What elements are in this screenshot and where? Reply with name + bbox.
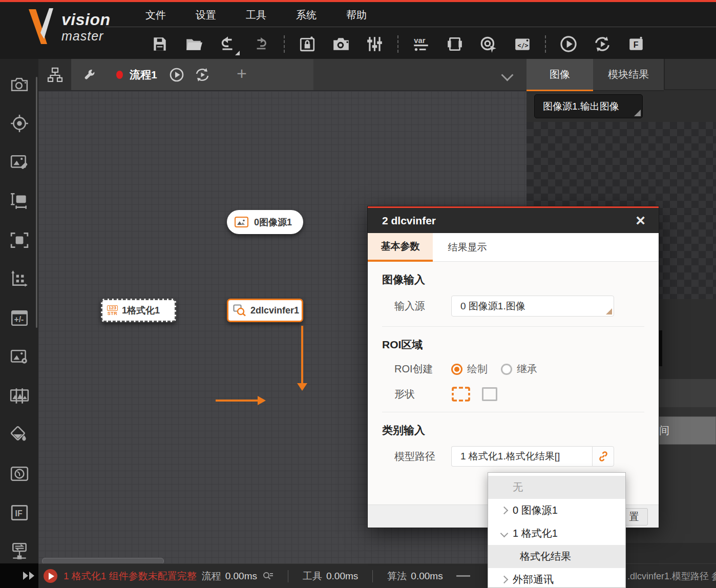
dropdown-item-format[interactable]: 1 格式化1: [488, 522, 625, 545]
save-button[interactable]: [146, 32, 173, 56]
time-detail-magnifier-icon[interactable]: [262, 571, 273, 581]
sidebar-image-edit-button[interactable]: [9, 153, 30, 172]
redo-button[interactable]: [248, 32, 275, 56]
sidebar-scrollbar[interactable]: [36, 77, 37, 328]
error-play-icon[interactable]: [44, 569, 57, 583]
menu-tools[interactable]: 工具: [243, 6, 269, 24]
input-source-label: 输入源: [394, 299, 451, 313]
var-icon: var: [412, 35, 430, 53]
header-divider: [105, 27, 716, 27]
algo-time-value: 0.00ms: [411, 571, 443, 582]
select-corner-triangle: [634, 110, 641, 116]
run-continuous-button[interactable]: [589, 32, 616, 56]
node-dlcvinfer[interactable]: 2dlcvinfer1: [227, 299, 303, 322]
connection-line-vertical: [301, 326, 303, 383]
flow-tab-active[interactable]: 流程1: [71, 59, 313, 90]
connection-line-horizontal: [216, 400, 259, 402]
shape-label: 形状: [394, 387, 451, 401]
algo-time-label: 算法: [387, 570, 407, 583]
sidebar-image-process-button[interactable]: [9, 348, 30, 366]
shape-fullimage-option[interactable]: [451, 386, 471, 402]
error-message: 1 格式化1 组件参数未配置完整: [64, 570, 197, 583]
close-icon[interactable]: ×: [633, 211, 648, 229]
global-trigger-button[interactable]: [475, 32, 502, 56]
dropdown-item-format-result[interactable]: 格式化结果: [488, 545, 625, 568]
tab-module-result[interactable]: 模块结果: [593, 59, 664, 91]
font-window-button[interactable]: F: [623, 32, 649, 56]
menu-settings[interactable]: 设置: [193, 6, 219, 24]
sidebar-transform-button[interactable]: [9, 270, 30, 288]
dropdown-item-external-comm[interactable]: 外部通讯: [488, 568, 625, 588]
image-gear-icon: [10, 348, 29, 366]
sidebar-communication-button[interactable]: [9, 542, 30, 561]
sidebar-position-button[interactable]: [9, 231, 30, 249]
sidebar-locate-button[interactable]: [9, 114, 30, 133]
sliders-icon: [366, 35, 384, 53]
logo-text-master: master: [61, 30, 110, 43]
run-once-icon: [559, 35, 578, 53]
tab-result-display[interactable]: 结果显示: [433, 233, 502, 262]
undo-button[interactable]: [214, 32, 241, 56]
target-icon: [479, 35, 498, 53]
wrench-icon[interactable]: [83, 68, 97, 81]
camera-icon: [332, 35, 350, 53]
tab-image[interactable]: 图像: [527, 59, 593, 91]
format-123-str-icon: 123 STR: [107, 305, 118, 316]
if-icon: IF: [10, 504, 29, 521]
model-path-input[interactable]: 1 格式化1.格式化结果[]: [451, 446, 592, 467]
lock-screen-button[interactable]: [294, 32, 321, 56]
connection-arrowhead-right: [258, 396, 266, 405]
radio-inherit[interactable]: [501, 364, 512, 375]
section-class-input: 类别输入: [382, 423, 644, 437]
run-once-button[interactable]: [555, 32, 582, 56]
add-flow-tab-button[interactable]: +: [237, 64, 247, 83]
sidebar-calculator-button[interactable]: +/-: [9, 309, 30, 327]
radio-draw-label: 绘制: [467, 362, 488, 376]
param-settings-button[interactable]: [362, 32, 388, 56]
dialog-title: 2 dlcvinfer: [382, 215, 436, 227]
snapshot-button[interactable]: [328, 32, 354, 56]
tab-basic-params[interactable]: 基本参数: [368, 233, 433, 262]
status-dash: [456, 575, 470, 577]
histogram-icon: [9, 387, 30, 405]
dropdown-item-none[interactable]: 无: [488, 476, 625, 499]
radio-draw[interactable]: [451, 364, 462, 375]
toolbar-separator: [397, 35, 398, 53]
menu-system[interactable]: 系统: [293, 6, 320, 24]
flow-run-once-icon[interactable]: [169, 67, 185, 83]
radio-inherit-label: 继承: [517, 362, 537, 376]
sidebar-acquire-camera-button[interactable]: [9, 75, 30, 94]
tool-time-value: 0.00ms: [326, 571, 358, 582]
shape-rectangle-option[interactable]: [482, 387, 497, 401]
undo-dropdown-corner: [235, 51, 240, 55]
right-panel-tab-filler: [664, 59, 716, 90]
sidebar-stitch-button[interactable]: [9, 387, 30, 405]
sidebar-if-logic-button[interactable]: IF: [9, 503, 30, 522]
section-roi: ROI区域: [382, 338, 644, 352]
lock-window-icon: [299, 35, 316, 53]
node-format[interactable]: 123 STR 1格式化1: [101, 299, 176, 322]
flow-tab-title: 流程1: [130, 68, 157, 82]
menu-help[interactable]: 帮助: [343, 6, 370, 24]
tool-sidebar: +/- IF: [0, 59, 38, 588]
sidebar-expand-button[interactable]: [0, 563, 38, 588]
menu-file[interactable]: 文件: [142, 6, 169, 24]
dropdown-item-image-source[interactable]: 0 图像源1: [488, 499, 625, 522]
display-image-select[interactable]: 图像源1.输出图像: [534, 94, 643, 118]
flow-run-loop-icon[interactable]: [194, 67, 210, 83]
window-layout-button[interactable]: [441, 32, 468, 56]
sidebar-measure-button[interactable]: [9, 192, 30, 211]
open-button[interactable]: [180, 32, 207, 56]
model-path-link-button[interactable]: [592, 446, 614, 467]
variables-button[interactable]: var: [408, 32, 434, 56]
status-right-partial-text: .dlcvinfer1.模型路径 参: [627, 570, 716, 582]
sidebar-color-fill-button[interactable]: [9, 426, 30, 444]
flow-tree-button[interactable]: [38, 59, 71, 90]
sidebar-deep-learning-button[interactable]: [9, 465, 30, 483]
dialog-header[interactable]: 2 dlcvinfer ×: [368, 208, 659, 233]
node-image-source[interactable]: 0图像源1: [227, 210, 303, 234]
caliper-icon: [10, 192, 29, 211]
svg-text:F: F: [634, 40, 639, 49]
script-button[interactable]: </>: [509, 32, 536, 56]
input-source-select[interactable]: 0 图像源1.图像: [451, 296, 614, 317]
